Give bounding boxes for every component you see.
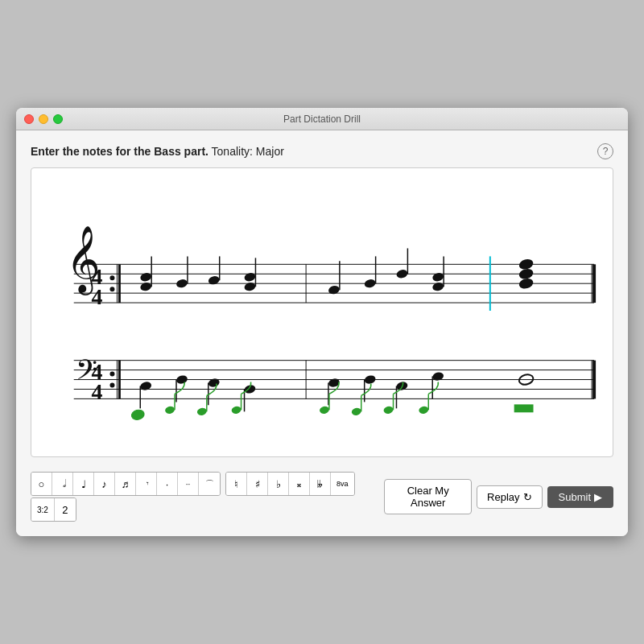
maximize-button[interactable] — [53, 114, 63, 124]
svg-point-47 — [109, 372, 114, 377]
help-icon[interactable]: ? — [597, 143, 613, 159]
titlebar: Part Dictation Drill — [16, 108, 628, 130]
svg-text:4: 4 — [92, 284, 103, 309]
flat-btn[interactable]: ♭ — [268, 473, 289, 495]
rest-btn[interactable]: 𝄾 — [136, 473, 157, 495]
tie-btn[interactable]: ⌒ — [199, 473, 220, 495]
replay-icon: ↻ — [523, 491, 532, 503]
instruction-row: Enter the notes for the Bass part. Tonal… — [31, 143, 613, 159]
main-content: Enter the notes for the Bass part. Tonal… — [16, 130, 628, 536]
window-title: Part Dictation Drill — [283, 114, 361, 125]
svg-point-10 — [109, 287, 114, 291]
eighth-note-btn[interactable]: ♪ — [94, 473, 115, 495]
half-note-btn[interactable]: 𝅗𝅥 — [52, 473, 73, 495]
double-sharp-btn[interactable]: 𝄪 — [289, 473, 310, 495]
toolbar-left: ○ 𝅗𝅥 ♩ ♪ ♬ 𝄾 · ·· ⌒ ♮ ♯ ♭ 𝄪 𝄫 — [31, 472, 384, 522]
replay-button[interactable]: Replay ↻ — [477, 485, 542, 509]
score-svg: 𝄞 4 4 — [31, 168, 613, 456]
close-button[interactable] — [24, 114, 34, 124]
instruction-tonality: Tonality: Major — [212, 145, 284, 158]
note-duration-group: ○ 𝅗𝅥 ♩ ♪ ♬ 𝄾 · ·· ⌒ — [31, 472, 221, 496]
double-flat-btn[interactable]: 𝄫 — [310, 473, 331, 495]
triplet-btn[interactable]: 3:2 — [31, 498, 55, 521]
replay-label: Replay — [487, 491, 519, 503]
svg-point-9 — [109, 275, 114, 280]
instruction-bold: Enter the notes for the Bass part. — [31, 145, 208, 158]
toolbar: ○ 𝅗𝅥 ♩ ♪ ♬ 𝄾 · ·· ⌒ ♮ ♯ ♭ 𝄪 𝄫 — [31, 467, 613, 526]
svg-text:4: 4 — [92, 379, 103, 404]
app-window: Part Dictation Drill Enter the notes for… — [16, 108, 628, 536]
minimize-button[interactable] — [39, 114, 48, 124]
whole-note-btn[interactable]: ○ — [31, 473, 52, 495]
double-dot-btn[interactable]: ·· — [178, 473, 199, 495]
sixteenth-note-btn[interactable]: ♬ — [115, 473, 136, 495]
submit-label: Submit — [559, 491, 591, 503]
clear-answer-button[interactable]: Clear My Answer — [384, 479, 472, 514]
quarter-note-btn[interactable]: ♩ — [73, 473, 94, 495]
tuplet-group: 3:2 2 — [31, 497, 76, 522]
svg-point-48 — [109, 383, 114, 388]
accidental-group: ♮ ♯ ♭ 𝄪 𝄫 8va — [225, 472, 355, 496]
svg-rect-86 — [514, 404, 534, 412]
score-container[interactable]: 𝄞 4 4 — [31, 167, 613, 457]
dot-btn[interactable]: · — [157, 473, 178, 495]
instruction-text: Enter the notes for the Bass part. Tonal… — [31, 145, 284, 158]
sharp-btn[interactable]: ♯ — [247, 473, 268, 495]
8va-btn[interactable]: 8va — [331, 473, 354, 495]
toolbar-right: Clear My Answer Replay ↻ Submit ▶ — [384, 479, 613, 514]
duplet-btn[interactable]: 2 — [55, 498, 76, 521]
traffic-lights — [24, 114, 63, 124]
natural-btn[interactable]: ♮ — [226, 473, 247, 495]
submit-button[interactable]: Submit ▶ — [547, 486, 613, 508]
submit-icon: ▶ — [594, 491, 602, 503]
